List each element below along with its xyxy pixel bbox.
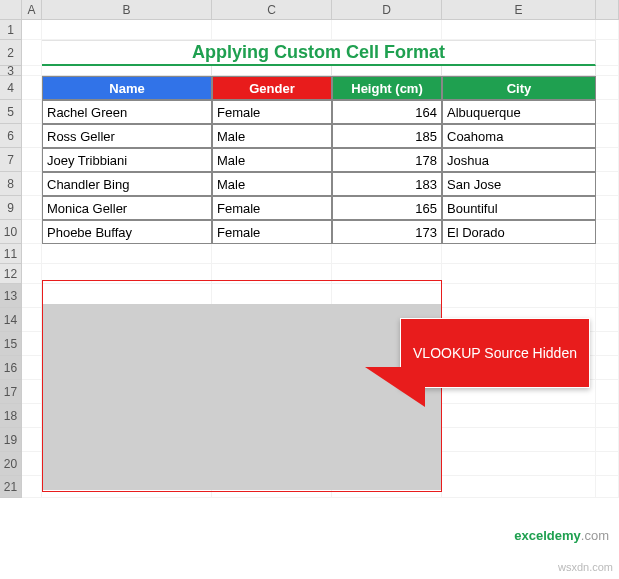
cell[interactable] bbox=[596, 100, 619, 124]
cell[interactable] bbox=[596, 404, 619, 428]
cell[interactable] bbox=[442, 428, 596, 452]
cell[interactable] bbox=[596, 284, 619, 308]
cell[interactable] bbox=[22, 220, 42, 244]
table-cell-name[interactable]: Ross Geller bbox=[42, 124, 212, 148]
row-header-21[interactable]: 21 bbox=[0, 476, 22, 498]
cell[interactable] bbox=[596, 172, 619, 196]
cell[interactable] bbox=[42, 356, 212, 380]
cell[interactable] bbox=[596, 308, 619, 332]
cell[interactable] bbox=[332, 66, 442, 76]
cell[interactable] bbox=[42, 264, 212, 284]
cell[interactable] bbox=[442, 66, 596, 76]
table-cell-gender[interactable]: Male bbox=[212, 172, 332, 196]
cell[interactable] bbox=[22, 172, 42, 196]
select-all-corner[interactable] bbox=[0, 0, 22, 20]
row-header-1[interactable]: 1 bbox=[0, 20, 22, 40]
table-cell-height[interactable]: 165 bbox=[332, 196, 442, 220]
table-cell-city[interactable]: Albuquerque bbox=[442, 100, 596, 124]
cell[interactable] bbox=[442, 264, 596, 284]
cell[interactable] bbox=[212, 66, 332, 76]
cell[interactable] bbox=[22, 428, 42, 452]
cell[interactable] bbox=[22, 196, 42, 220]
col-header-b[interactable]: B bbox=[42, 0, 212, 20]
cell[interactable] bbox=[596, 428, 619, 452]
cell[interactable] bbox=[22, 40, 42, 66]
cell[interactable] bbox=[596, 148, 619, 172]
cell[interactable] bbox=[596, 20, 619, 40]
table-cell-city[interactable]: Coahoma bbox=[442, 124, 596, 148]
cell[interactable] bbox=[42, 380, 212, 404]
cell[interactable] bbox=[596, 76, 619, 100]
cell[interactable] bbox=[212, 308, 332, 332]
row-header-20[interactable]: 20 bbox=[0, 452, 22, 476]
cell[interactable] bbox=[332, 284, 442, 308]
cell[interactable] bbox=[212, 452, 332, 476]
cell[interactable] bbox=[332, 244, 442, 264]
table-cell-height[interactable]: 173 bbox=[332, 220, 442, 244]
cell[interactable] bbox=[212, 404, 332, 428]
row-header-7[interactable]: 7 bbox=[0, 148, 22, 172]
cell[interactable] bbox=[596, 66, 619, 76]
cell[interactable] bbox=[442, 284, 596, 308]
cell[interactable] bbox=[332, 20, 442, 40]
row-header-4[interactable]: 4 bbox=[0, 76, 22, 100]
cell[interactable] bbox=[212, 244, 332, 264]
cell[interactable] bbox=[212, 264, 332, 284]
cell[interactable] bbox=[596, 332, 619, 356]
cell[interactable] bbox=[212, 332, 332, 356]
table-cell-city[interactable]: Bountiful bbox=[442, 196, 596, 220]
cell[interactable] bbox=[332, 404, 442, 428]
cell[interactable] bbox=[22, 100, 42, 124]
cell[interactable] bbox=[442, 452, 596, 476]
row-header-10[interactable]: 10 bbox=[0, 220, 22, 244]
cell[interactable] bbox=[596, 124, 619, 148]
cell[interactable] bbox=[22, 308, 42, 332]
cell[interactable] bbox=[212, 356, 332, 380]
cell[interactable] bbox=[42, 308, 212, 332]
cell[interactable] bbox=[22, 284, 42, 308]
cell[interactable] bbox=[22, 356, 42, 380]
spreadsheet-grid[interactable]: A B C D E 1 2 Applying Custom Cell Forma… bbox=[0, 0, 619, 498]
row-header-16[interactable]: 16 bbox=[0, 356, 22, 380]
table-cell-gender[interactable]: Male bbox=[212, 148, 332, 172]
cell[interactable] bbox=[42, 244, 212, 264]
row-header-14[interactable]: 14 bbox=[0, 308, 22, 332]
row-header-13[interactable]: 13 bbox=[0, 284, 22, 308]
cell[interactable] bbox=[332, 428, 442, 452]
cell[interactable] bbox=[22, 264, 42, 284]
row-header-15[interactable]: 15 bbox=[0, 332, 22, 356]
col-header-c[interactable]: C bbox=[212, 0, 332, 20]
cell[interactable] bbox=[22, 20, 42, 40]
cell[interactable] bbox=[442, 404, 596, 428]
cell[interactable] bbox=[596, 476, 619, 498]
cell[interactable] bbox=[332, 452, 442, 476]
table-cell-name[interactable]: Chandler Bing bbox=[42, 172, 212, 196]
table-cell-gender[interactable]: Female bbox=[212, 220, 332, 244]
col-header-e[interactable]: E bbox=[442, 0, 596, 20]
cell[interactable] bbox=[596, 244, 619, 264]
row-header-18[interactable]: 18 bbox=[0, 404, 22, 428]
cell[interactable] bbox=[42, 404, 212, 428]
table-cell-name[interactable]: Monica Geller bbox=[42, 196, 212, 220]
row-header-19[interactable]: 19 bbox=[0, 428, 22, 452]
cell[interactable] bbox=[596, 356, 619, 380]
cell[interactable] bbox=[596, 380, 619, 404]
cell[interactable] bbox=[22, 404, 42, 428]
table-cell-name[interactable]: Rachel Green bbox=[42, 100, 212, 124]
cell[interactable] bbox=[332, 476, 442, 498]
table-cell-name[interactable]: Joey Tribbiani bbox=[42, 148, 212, 172]
cell[interactable] bbox=[42, 332, 212, 356]
cell[interactable] bbox=[42, 476, 212, 498]
row-header-2[interactable]: 2 bbox=[0, 40, 22, 66]
table-cell-height[interactable]: 178 bbox=[332, 148, 442, 172]
table-cell-gender[interactable]: Male bbox=[212, 124, 332, 148]
cell[interactable] bbox=[442, 20, 596, 40]
cell[interactable] bbox=[22, 476, 42, 498]
cell[interactable] bbox=[42, 20, 212, 40]
row-header-5[interactable]: 5 bbox=[0, 100, 22, 124]
cell[interactable] bbox=[22, 76, 42, 100]
cell[interactable] bbox=[22, 148, 42, 172]
cell[interactable] bbox=[22, 452, 42, 476]
row-header-6[interactable]: 6 bbox=[0, 124, 22, 148]
cell[interactable] bbox=[596, 40, 619, 66]
